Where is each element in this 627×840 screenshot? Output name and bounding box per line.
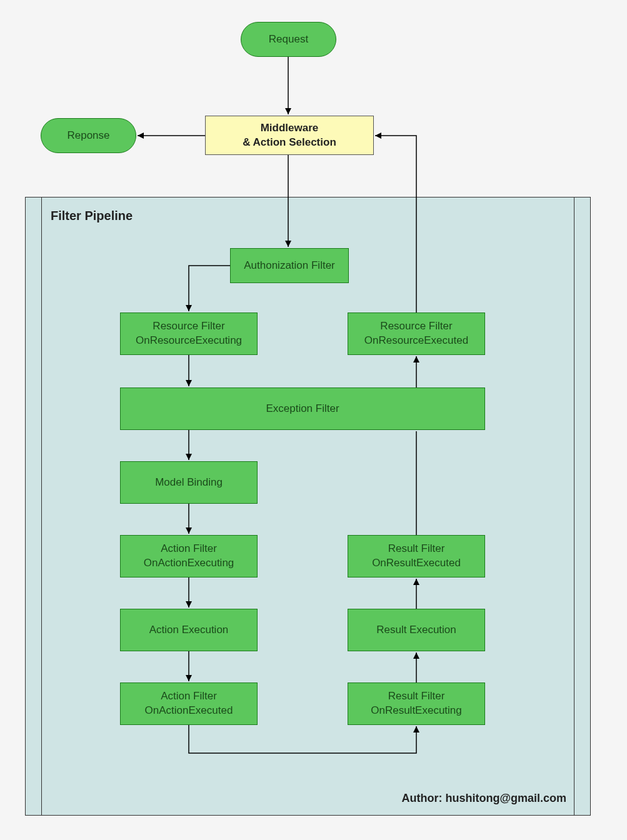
action-executed-node: Action Filter OnActionExecuted <box>120 682 258 725</box>
author-label: Author: hushitong@gmail.com <box>401 792 566 805</box>
response-node: Reponse <box>41 118 136 153</box>
action-executed-l1: Action Filter <box>161 689 217 704</box>
result-execution-label: Result Execution <box>376 623 456 638</box>
resource-executed-node: Resource Filter OnResourceExecuted <box>348 312 485 355</box>
filter-pipeline-container: Filter Pipeline Author: hushitong@gmail.… <box>25 197 591 816</box>
request-node: Request <box>241 22 336 57</box>
result-execution-node: Result Execution <box>348 609 485 651</box>
resource-executed-l1: Resource Filter <box>380 319 452 334</box>
authorization-filter-label: Authonization Filter <box>244 259 335 273</box>
result-executed-l1: Result Filter <box>388 542 445 556</box>
result-executed-node: Result Filter OnResultExecuted <box>348 535 485 578</box>
result-executed-l2: OnResultExecuted <box>372 556 461 571</box>
action-execution-label: Action Execution <box>149 623 229 638</box>
resource-executing-node: Resource Filter OnResourceExecuting <box>120 312 258 355</box>
model-binding-label: Model Binding <box>155 476 223 490</box>
diagram-canvas: Filter Pipeline Author: hushitong@gmail.… <box>0 0 627 840</box>
resource-executed-l2: OnResourceExecuted <box>364 334 468 348</box>
result-executing-l2: OnResultExecuting <box>371 704 462 718</box>
exception-filter-node: Exception Filter <box>120 388 485 430</box>
middleware-node: Middleware & Action Selection <box>205 116 374 155</box>
resource-executing-l1: Resource Filter <box>153 319 224 334</box>
middleware-line2: & Action Selection <box>243 136 336 150</box>
result-executing-node: Result Filter OnResultExecuting <box>348 682 485 725</box>
request-label: Request <box>269 33 308 46</box>
response-label: Reponse <box>67 129 109 142</box>
exception-filter-label: Exception Filter <box>266 402 339 416</box>
filter-pipeline-title: Filter Pipeline <box>51 209 133 223</box>
action-executing-l2: OnActionExecuting <box>144 556 234 571</box>
resource-executing-l2: OnResourceExecuting <box>136 334 242 348</box>
action-executing-node: Action Filter OnActionExecuting <box>120 535 258 578</box>
action-execution-node: Action Execution <box>120 609 258 651</box>
model-binding-node: Model Binding <box>120 461 258 504</box>
action-executed-l2: OnActionExecuted <box>145 704 233 718</box>
middleware-line1: Middleware <box>261 121 319 136</box>
result-executing-l1: Result Filter <box>388 689 445 704</box>
authorization-filter-node: Authonization Filter <box>230 248 349 283</box>
action-executing-l1: Action Filter <box>161 542 217 556</box>
